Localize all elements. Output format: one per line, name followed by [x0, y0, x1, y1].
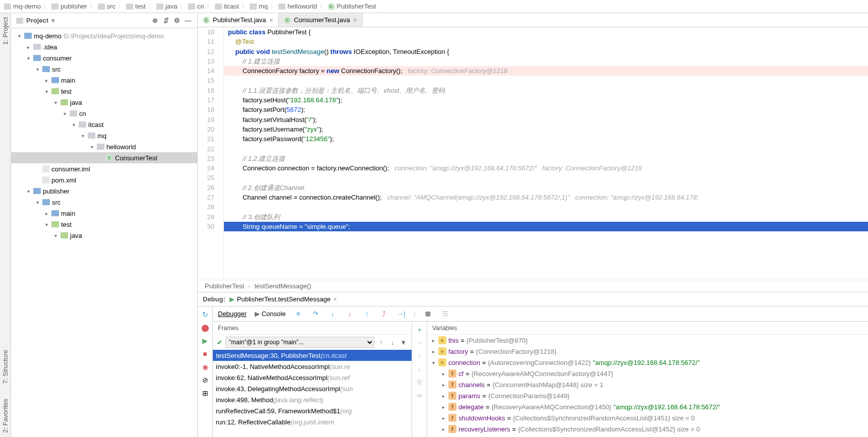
var-row[interactable]: ▸fparams = {ConnectionParams@1449} — [427, 390, 868, 401]
run-to-cursor-icon[interactable]: →| — [396, 309, 406, 319]
stripe-favorites[interactable]: 2: Favorites — [2, 399, 9, 433]
stop-button[interactable]: ■ — [201, 350, 209, 358]
tree-node[interactable]: pom.xml — [11, 174, 197, 185]
var-row[interactable]: ▸≡this = {PublisherTest@870} — [427, 335, 868, 346]
close-icon[interactable]: × — [353, 16, 357, 24]
frame-row[interactable]: invoke:498, Method (java.lang.reflect) — [213, 394, 412, 405]
breadcrumb-item[interactable]: test — [126, 3, 146, 10]
breadcrumb-item[interactable]: mq-demo — [4, 3, 41, 10]
mute-breakpoints-button[interactable]: ⊘ — [201, 376, 209, 384]
drop-frame-icon[interactable]: ⤴ — [379, 309, 388, 319]
frame-row[interactable]: invoke0:-1, NativeMethodAccessorImpl (su… — [213, 361, 412, 372]
breadcrumb-item[interactable]: src — [98, 3, 115, 10]
locate-icon[interactable]: ⊕ — [151, 17, 159, 25]
breadcrumb-item[interactable]: helloworld — [278, 3, 317, 10]
var-icon: f — [448, 403, 456, 411]
force-step-into-icon[interactable]: ↓ — [345, 309, 354, 319]
debugger-tab[interactable]: Debugger — [218, 310, 247, 318]
tree-node[interactable]: ▾java — [11, 97, 197, 108]
class-icon: C — [284, 17, 291, 24]
thread-select[interactable]: "main"@1 in group "main"... — [225, 337, 374, 348]
step-over-icon[interactable]: ↷ — [311, 309, 320, 319]
resume-button[interactable]: ▶ — [201, 337, 209, 345]
close-icon[interactable]: × — [269, 16, 273, 24]
rerun-failed-button[interactable]: ⬤ — [201, 324, 209, 332]
debug-session-tab[interactable]: ▶ PublisherTest.testSendMessage × — [229, 295, 337, 303]
var-row[interactable]: ▸fcf = {RecoveryAwareAMQConnectionFactor… — [427, 368, 868, 379]
settings-icon[interactable]: ⚙ — [173, 17, 181, 25]
stripe-structure[interactable]: 7: Structure — [2, 350, 9, 384]
breadcrumb-item[interactable]: itcast — [215, 3, 239, 10]
tree-node[interactable]: ▾mq — [11, 130, 197, 141]
frame-row[interactable]: run:12, ReflectiveCallable (org.junit.in… — [213, 416, 412, 427]
breadcrumb-item[interactable]: java — [156, 3, 178, 10]
breakpoints-button[interactable]: ◉ — [201, 363, 209, 371]
tree-node[interactable]: ▾src — [11, 64, 197, 75]
filter-frames-icon[interactable]: ▼ — [399, 338, 408, 346]
copy-watch-icon[interactable]: ⎘ — [416, 378, 424, 386]
collapse-icon[interactable]: ⇵ — [162, 17, 170, 25]
tree-node[interactable]: consumer.iml — [11, 163, 197, 174]
tree-node[interactable]: ▾src — [11, 197, 197, 208]
tree-node[interactable]: ▾consumer — [11, 52, 197, 64]
frame-row[interactable]: invoke:43, DelegatingMethodAccessorImpl … — [213, 383, 412, 394]
next-frame-icon[interactable]: ↓ — [388, 338, 396, 346]
var-icon: f — [448, 381, 456, 389]
tree-node[interactable]: ▾helloworld — [11, 141, 197, 152]
var-row[interactable]: ▾≡connection = {AutorecoveringConnection… — [427, 357, 868, 368]
tree-node[interactable]: ▾cn — [11, 108, 197, 119]
close-icon[interactable]: × — [333, 295, 337, 303]
tree-node[interactable]: CConsumerTest — [11, 152, 197, 163]
down-watch-icon[interactable]: ↓ — [416, 365, 424, 373]
test-icon — [61, 232, 68, 238]
frame-row[interactable]: runReflectiveCall:59, FrameworkMethod$1 … — [213, 405, 412, 416]
remove-watch-icon[interactable]: − — [416, 339, 424, 347]
show-exec-point-icon[interactable]: ≡ — [294, 309, 303, 319]
breadcrumb-item[interactable]: publisher — [51, 3, 87, 10]
project-header: Project ▾ ⊕ ⇵ ⚙ — — [11, 13, 197, 28]
var-row[interactable]: ▸≡factory = {ConnectionFactory@1218} — [427, 346, 868, 357]
tree-node[interactable]: ▸.idea — [11, 41, 197, 52]
tree-node[interactable]: ▸main — [11, 75, 197, 86]
var-row[interactable]: ▸fchannels = {ConcurrentHashMap@1448} si… — [427, 379, 868, 390]
add-watch-icon[interactable]: + — [416, 326, 424, 334]
var-row[interactable]: ▸frecoveryListeners = {Collections$Synch… — [427, 423, 868, 434]
frame-row[interactable]: invoke:62, NativeMethodAccessorImpl (sun… — [213, 372, 412, 383]
tree-node[interactable]: ▾test — [11, 219, 197, 230]
hide-icon[interactable]: — — [184, 17, 192, 25]
prev-frame-icon[interactable]: ↑ — [377, 338, 385, 346]
vars-toolbar: + − ↑ ↓ ⎘ ∞ — [412, 322, 427, 437]
breadcrumb-item[interactable]: CPublisherTest — [328, 3, 376, 10]
var-row[interactable]: ▸fshutdownHooks = {Collections$Synchroni… — [427, 412, 868, 423]
stripe-project[interactable]: 1: Project — [2, 17, 9, 45]
project-tree[interactable]: ▾mq-demo G:\Projects\IdeaProjects\mq-dem… — [11, 28, 197, 437]
console-tab[interactable]: ▶ Console — [255, 310, 285, 318]
tree-node[interactable]: ▾java — [11, 230, 197, 241]
editor-gutter[interactable]: 10▶1112▶13141516171819202122232425262728… — [198, 27, 224, 280]
glasses-icon[interactable]: ∞ — [416, 391, 424, 399]
tree-node[interactable]: ▾publisher — [11, 185, 197, 197]
editor-tab[interactable]: CPublisherTest.java× — [198, 13, 279, 27]
layout-button[interactable]: ⊞ — [201, 389, 209, 397]
rerun-button[interactable]: ↻ — [201, 310, 209, 319]
frame-row[interactable]: testSendMessage:30, PublisherTest (cn.it… — [213, 350, 412, 361]
tree-node[interactable]: ▸main — [11, 208, 197, 219]
step-out-icon[interactable]: ↑ — [362, 309, 371, 319]
editor-tab[interactable]: CConsumerTest.java× — [279, 13, 363, 27]
editor-code[interactable]: public class PublisherTest { @Test publi… — [224, 27, 868, 280]
dir-icon — [88, 133, 95, 139]
up-watch-icon[interactable]: ↑ — [416, 352, 424, 360]
step-into-icon[interactable]: ↓ — [328, 309, 337, 319]
trace-icon[interactable]: ☰ — [441, 309, 450, 319]
dir-icon — [79, 121, 86, 128]
frames-list[interactable]: testSendMessage:30, PublisherTest (cn.it… — [213, 350, 412, 437]
breadcrumb-item[interactable]: mq — [250, 3, 268, 10]
tree-node[interactable]: ▾itcast — [11, 119, 197, 130]
vars-list[interactable]: ▸≡this = {PublisherTest@870}▸≡factory = … — [427, 335, 868, 437]
breadcrumb-item[interactable]: cn — [188, 3, 204, 10]
evaluate-icon[interactable]: ⊞ — [424, 309, 433, 319]
editor-breadcrumb[interactable]: PublisherTest › testSendMessage() — [198, 280, 868, 292]
tree-node[interactable]: ▾test — [11, 86, 197, 97]
var-row[interactable]: ▸fdelegate = {RecoveryAwareAMQConnection… — [427, 401, 868, 412]
tree-node[interactable]: ▾mq-demo G:\Projects\IdeaProjects\mq-dem… — [11, 30, 197, 41]
